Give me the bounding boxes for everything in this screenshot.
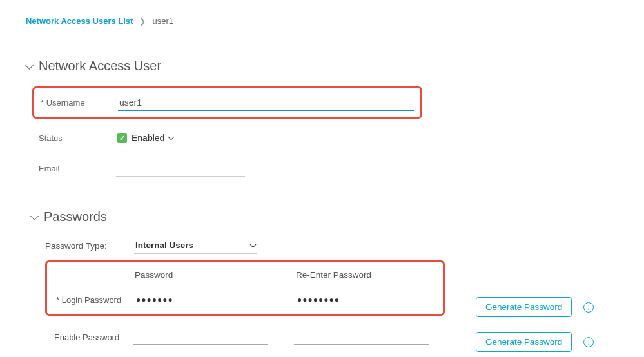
password-type-dropdown[interactable]: Internal Users: [134, 237, 257, 254]
reenter-password-column-header: Re-Enter Password: [296, 270, 371, 280]
username-label-text: Username: [46, 98, 85, 108]
section-title-user: Network Access User: [39, 59, 161, 73]
status-value: Enabled: [132, 133, 164, 143]
username-input[interactable]: [118, 93, 414, 111]
section-header-passwords[interactable]: Passwords: [31, 209, 618, 224]
breadcrumb: Network Access Users List ❯ user1: [26, 16, 618, 39]
email-input[interactable]: [116, 160, 245, 177]
breadcrumb-link-users-list[interactable]: Network Access Users List: [26, 16, 133, 26]
enable-password-label: Enable Password: [54, 333, 133, 342]
chevron-down-icon: [250, 243, 255, 248]
enable-password-reenter-input[interactable]: [294, 330, 429, 345]
email-label: Email: [39, 164, 116, 173]
generate-login-password-button[interactable]: Generate Password: [476, 297, 572, 317]
password-type-value: Internal Users: [135, 240, 193, 250]
highlight-box-login-password: Password Re-Enter Password * Login Passw…: [45, 260, 445, 316]
password-type-label: Password Type:: [45, 241, 134, 251]
username-label: * Username: [41, 98, 118, 108]
password-column-header: Password: [135, 270, 296, 280]
login-password-label-text: Login Password: [62, 295, 122, 305]
chevron-right-icon: ❯: [139, 17, 146, 26]
login-password-reenter-input[interactable]: [296, 293, 431, 307]
check-icon: ✓: [117, 133, 127, 143]
status-label: Status: [39, 133, 116, 143]
section-title-passwords: Passwords: [44, 209, 107, 224]
chevron-down-icon: [31, 214, 37, 220]
info-icon[interactable]: i: [583, 337, 594, 347]
breadcrumb-current: user1: [152, 16, 173, 26]
chevron-down-icon: [168, 135, 173, 140]
chevron-down-icon: [26, 63, 32, 70]
status-dropdown[interactable]: ✓ Enabled: [116, 130, 182, 146]
enable-password-input[interactable]: [133, 330, 268, 345]
info-icon[interactable]: i: [583, 302, 594, 313]
section-header-user[interactable]: Network Access User: [26, 59, 618, 73]
login-password-label: * Login Password: [56, 295, 135, 305]
divider: [26, 191, 618, 191]
highlight-box-username: * Username: [32, 86, 422, 119]
login-password-input[interactable]: [135, 293, 270, 307]
generate-enable-password-button[interactable]: Generate Password: [476, 332, 572, 352]
